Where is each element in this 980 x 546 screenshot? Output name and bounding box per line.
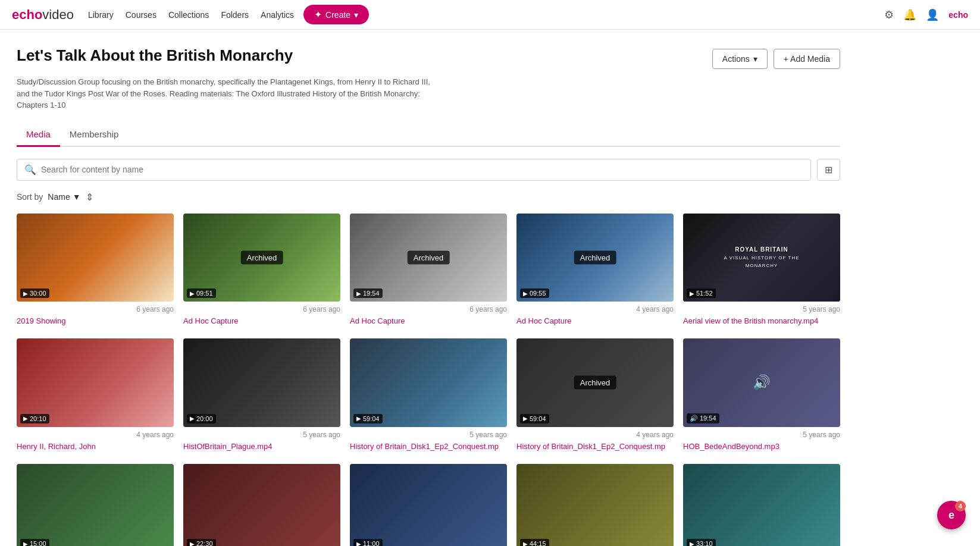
thumbnail[interactable]: ▶ 20:00 [183, 338, 340, 427]
media-card[interactable]: ▶ 44:15 6 years ago Item 14 [516, 464, 674, 546]
nav-analytics[interactable]: Analytics [261, 10, 294, 20]
media-title[interactable]: Ad Hoc Capture [183, 316, 340, 327]
nav-library[interactable]: Library [88, 10, 114, 20]
media-title[interactable]: 2019 Showing [17, 316, 174, 327]
media-card[interactable]: ▶ 22:30 3 years ago Item 12 [183, 464, 340, 546]
duration: ▶ 22:30 [187, 539, 216, 546]
duration: ▶ 09:55 [520, 288, 549, 298]
filter-icon: ⊞ [825, 165, 832, 175]
thumbnail[interactable]: ▶ 30:00 [17, 214, 174, 302]
main-content: Let's Talk About the British Monarchy Ac… [0, 30, 857, 546]
search-input[interactable] [41, 165, 803, 174]
search-icon: 🔍 [24, 164, 36, 175]
logo[interactable]: echovideo [12, 7, 74, 23]
play-icon: ▶ [23, 541, 28, 546]
date-label: 4 years ago [516, 305, 674, 313]
play-icon: ▶ [523, 290, 528, 297]
play-icon: ▶ [356, 541, 361, 546]
thumbnail[interactable]: ▶ 11:00 [350, 464, 507, 546]
sort-label: Sort by [17, 192, 43, 202]
search-input-wrap: 🔍 [17, 159, 811, 181]
duration: ▶ 19:54 [353, 288, 383, 298]
actions-label: Actions [722, 54, 750, 64]
media-title[interactable]: History of Britain_Disk1_Ep2_Conquest.mp [516, 441, 674, 452]
duration: 🔊 19:54 [687, 413, 719, 423]
media-card[interactable]: Archived ▶ 09:51 6 years ago Ad Hoc Capt… [183, 214, 340, 327]
thumbnail[interactable]: Archived ▶ 59:04 [516, 338, 674, 427]
media-title[interactable]: Ad Hoc Capture [516, 316, 674, 327]
media-title[interactable]: Aerial view of the British monarchy.mp4 [683, 316, 840, 327]
add-media-label: + Add Media [784, 54, 830, 64]
media-card[interactable]: ▶ 59:04 5 years ago History of Britain_D… [350, 338, 507, 452]
duration: ▶ 44:15 [520, 539, 549, 546]
play-icon: ▶ [523, 541, 528, 546]
duration-value: 33:10 [696, 540, 713, 546]
play-icon: ▶ [690, 541, 694, 546]
user-icon[interactable]: 👤 [926, 8, 939, 21]
nav-collections[interactable]: Collections [168, 10, 209, 20]
media-card[interactable]: ▶ 33:10 5 years ago Item 15 [683, 464, 840, 546]
media-title[interactable]: Ad Hoc Capture [350, 316, 507, 327]
nav-courses[interactable]: Courses [126, 10, 156, 20]
play-icon: ▶ [356, 290, 361, 297]
media-title[interactable]: HistOfBritain_Plague.mp4 [183, 441, 340, 452]
sort-select[interactable]: Name ▼ [48, 192, 80, 202]
duration-value: 20:10 [30, 415, 46, 422]
media-card[interactable]: Archived ▶ 19:54 6 years ago Ad Hoc Capt… [350, 214, 507, 327]
duration: ▶ 09:51 [187, 288, 216, 298]
media-card[interactable]: ▶ 15:00 4 years ago Item 11 [17, 464, 174, 546]
date-label: 6 years ago [350, 305, 507, 313]
duration: ▶ 59:04 [353, 414, 383, 423]
media-card[interactable]: 🔊 🔊 19:54 5 years ago HOB_BedeAndBeyond.… [683, 338, 840, 452]
tab-media[interactable]: Media [17, 123, 60, 147]
media-title[interactable]: History of Britain_Disk1_Ep2_Conquest.mp [350, 441, 507, 452]
thumbnail[interactable]: Archived ▶ 09:51 [183, 214, 340, 302]
duration-value: 51:52 [696, 290, 713, 297]
media-card[interactable]: ▶ 30:00 6 years ago 2019 Showing [17, 214, 174, 327]
sort-value: Name [48, 192, 70, 202]
sort-order-icon[interactable]: ⇕ [86, 192, 93, 203]
page-description: Study/Discussion Group focusing on the B… [17, 76, 433, 111]
echo-fab[interactable]: e 4 [937, 501, 966, 529]
thumbnail[interactable]: Archived ▶ 19:54 [350, 214, 507, 302]
thumbnail[interactable]: ▶ 15:00 [17, 464, 174, 546]
echo-nav-icon[interactable]: echo [948, 10, 968, 20]
nav-right: ⚙ 🔔 👤 echo [884, 8, 968, 21]
logo-video: video [42, 7, 74, 23]
media-title[interactable]: HOB_BedeAndBeyond.mp3 [683, 441, 840, 452]
media-card[interactable]: ▶ 11:00 5 years ago Item 13 [350, 464, 507, 546]
media-card[interactable]: Archived ▶ 59:04 4 years ago History of … [516, 338, 674, 452]
bell-icon[interactable]: 🔔 [903, 8, 916, 21]
thumbnail[interactable]: ▶ 20:10 [17, 338, 174, 427]
thumbnail[interactable]: ▶ 44:15 [516, 464, 674, 546]
media-card[interactable]: ▶ 20:10 4 years ago Henry II, Richard, J… [17, 338, 174, 452]
nav-links: Library Courses Collections Folders Anal… [88, 10, 294, 20]
nav-folders[interactable]: Folders [221, 10, 249, 20]
play-icon: ▶ [190, 541, 195, 546]
tab-membership[interactable]: Membership [60, 123, 129, 147]
thumbnail[interactable]: 🔊 🔊 19:54 [683, 338, 840, 427]
thumbnail[interactable]: ROYAL BRITAINA VISUAL HISTORY OF THE MON… [683, 214, 840, 302]
filter-button[interactable]: ⊞ [817, 159, 840, 181]
actions-chevron-icon: ▾ [753, 54, 757, 64]
thumbnail[interactable]: Archived ▶ 09:55 [516, 214, 674, 302]
gear-icon[interactable]: ⚙ [884, 8, 894, 21]
sort-chevron-icon: ▼ [73, 192, 81, 202]
media-card[interactable]: ▶ 20:00 5 years ago HistOfBritain_Plague… [183, 338, 340, 452]
play-icon: ▶ [23, 290, 28, 297]
add-media-button[interactable]: + Add Media [774, 49, 840, 69]
create-button[interactable]: ✦ Create ▾ [303, 5, 369, 24]
thumbnail[interactable]: ▶ 33:10 [683, 464, 840, 546]
play-icon: ▶ [23, 415, 28, 422]
play-icon: ▶ [523, 415, 528, 422]
duration-value: 11:00 [363, 540, 380, 546]
media-card[interactable]: ROYAL BRITAINA VISUAL HISTORY OF THE MON… [683, 214, 840, 327]
archived-badge: Archived [241, 250, 283, 264]
play-icon: ▶ [190, 415, 195, 422]
thumbnail[interactable]: ▶ 22:30 [183, 464, 340, 546]
media-title[interactable]: Henry II, Richard, John [17, 441, 174, 452]
duration-value: 59:04 [530, 415, 546, 422]
actions-button[interactable]: Actions ▾ [712, 49, 768, 69]
media-card[interactable]: Archived ▶ 09:55 4 years ago Ad Hoc Capt… [516, 214, 674, 327]
thumbnail[interactable]: ▶ 59:04 [350, 338, 507, 427]
